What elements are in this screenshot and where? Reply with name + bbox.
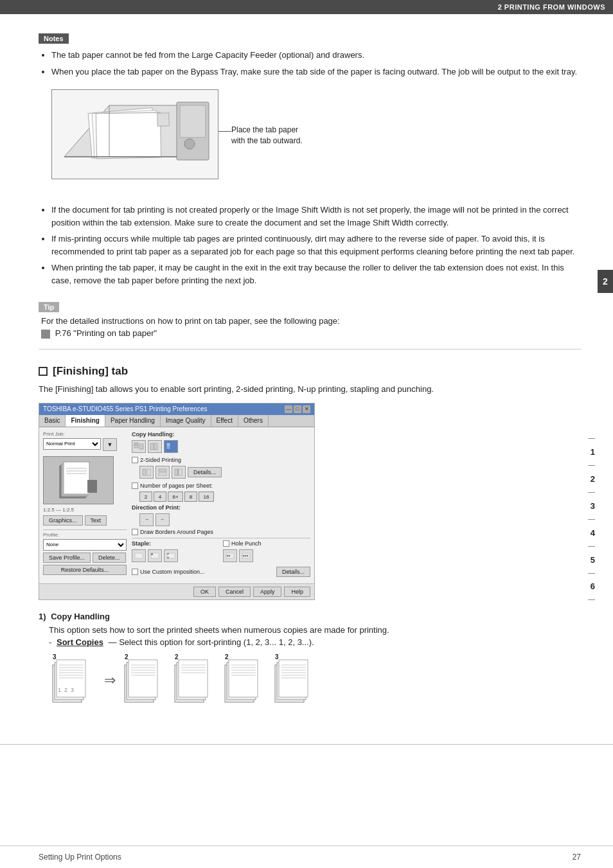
svg-point-45 [245,554,247,556]
two-sided-row: 2-Sided Printing [132,457,310,463]
dialog-window: TOSHIBA e-STUDIO455 Series PS1 Printing … [39,403,315,600]
custom-imposition-label: Use Custom Imposition... [140,569,205,575]
svg-point-42 [229,554,231,556]
notes-item-1: The tab paper cannot be fed from the Lar… [51,49,581,62]
additional-notes-list: If the document for tab printing is not … [51,204,581,287]
pages-2-btn[interactable]: 2 [139,492,152,502]
graphics-btn[interactable]: Graphics... [43,515,83,526]
direction-label: Direction of Print: [132,504,310,511]
booklet-btn[interactable] [172,466,186,479]
diagram-line [218,131,231,132]
sort-stack-input: 3 1 2 3 [51,653,96,708]
save-profile-btn[interactable]: Save Profile... [43,553,91,563]
pages-6-btn[interactable]: 6+ [168,492,183,502]
minimize-btn: — [285,405,292,413]
tab-basic[interactable]: Basic [39,415,66,427]
tip-link: P.76 "Printing on tab paper" [41,328,581,339]
pages-9-btn[interactable]: 16 [199,492,214,502]
copy-handling-description: This option sets how to sort the printed… [49,625,581,635]
pages-4-btn[interactable]: 4 [154,492,166,502]
print-job-btn[interactable]: ▼ [103,438,117,451]
svg-rect-8 [180,105,206,137]
footer-right: 27 [573,853,581,862]
dialog-titlebar: TOSHIBA e-STUDIO455 Series PS1 Printing … [39,403,314,415]
callout-2: 2 [588,465,595,492]
pages-per-sheet-checkbox[interactable] [132,483,138,489]
hole-punch-icon-btn[interactable] [223,549,237,562]
svg-rect-3 [96,112,161,159]
borders-row: Draw Borders Around Pages [132,529,310,535]
two-sided-checkbox[interactable] [132,457,138,463]
pages-8-btn[interactable]: 8 [184,492,197,502]
dialog-window-controls: — □ ✕ [285,405,310,413]
svg-rect-17 [87,480,97,493]
sort-stack-2: 2 [123,653,168,708]
staple-top-btn[interactable] [148,549,162,562]
custom-imposition-checkbox[interactable] [132,569,138,575]
flip-short-btn[interactable] [155,466,170,479]
borders-checkbox[interactable] [132,529,138,535]
chapter-header: 2 PRINTING FROM WINDOWS [0,0,613,14]
sort-copies-line: - Sort Copies — Select this option for s… [49,637,581,647]
hole-punch-icon-btn-2[interactable] [239,549,253,562]
tab-paper-handling[interactable]: Paper Handling [105,415,161,427]
sort-copies-label: Sort Copies [57,637,103,647]
delete-profile-btn[interactable]: Delete... [93,553,126,563]
svg-rect-13 [64,462,89,494]
sort-copies-description: — Select this option for sort-printing (… [109,637,314,647]
active-sort-icon-btn[interactable] [164,440,178,453]
tip-label: Tip [39,302,59,312]
help-btn[interactable]: Help [284,587,310,597]
flip-long-btn[interactable] [139,466,154,479]
chapter-title: 2 PRINTING FROM WINDOWS [498,3,605,11]
cancel-btn[interactable]: Cancel [218,587,251,597]
text-btn[interactable]: Text [85,515,107,526]
copy-handling-section-main: 1) Copy Handling This option sets how to… [39,612,581,708]
finishing-tab-description: The [Finishing] tab allows you to enable… [39,384,581,394]
svg-point-44 [243,554,245,556]
dir-rtl-btn[interactable]: ← [155,513,170,526]
borders-label: Draw Borders Around Pages [140,529,213,535]
staple-none-btn[interactable] [132,549,146,562]
copy-handling-number-title: 1) Copy Handling [39,612,581,621]
notes-label: Notes [39,33,69,44]
tab-finishing[interactable]: Finishing [66,415,105,427]
callout-5: 5 [588,546,595,573]
tab-paper-diagram: Place the tab paper with the tab outward… [51,89,581,192]
svg-rect-23 [154,443,157,450]
two-sided-details-btn[interactable]: Details... [188,467,222,477]
additional-note-2: If mis-printing occurs while multiple ta… [51,233,581,258]
pages-count-btns: 2 4 6+ 8 16 [139,492,310,502]
dialog-footer: OK Cancel Apply Help [39,583,314,599]
diagram-image [51,89,218,179]
svg-rect-30 [159,473,166,475]
svg-rect-36 [151,553,153,555]
dir-ltr-btn[interactable]: → [139,513,154,526]
svg-rect-84 [279,660,308,697]
print-job-select[interactable]: Normal Print [43,438,101,450]
profile-select[interactable]: None [43,539,127,551]
staple-2-btn[interactable] [164,549,178,562]
restore-btn: □ [294,405,301,413]
sort-stack-3: 2 [173,653,218,708]
hole-punch-checkbox[interactable] [223,540,229,547]
ok-btn[interactable]: OK [193,587,216,597]
book-icon [41,330,50,339]
profile-label: Profile: [43,532,127,538]
sort-icon-btn[interactable] [132,440,146,453]
callout-1: 1 [588,438,595,465]
checkbox-icon [39,367,48,376]
svg-text:1: 1 [58,687,61,693]
restore-defaults-btn[interactable]: Restore Defaults... [43,565,127,575]
tab-others[interactable]: Others [238,415,269,427]
svg-rect-24 [166,443,170,449]
apply-btn[interactable]: Apply [253,587,282,597]
svg-rect-4 [157,113,169,126]
additional-note-3: When printing the tab paper, it may be c… [51,261,581,287]
group-icon-btn[interactable] [148,440,162,453]
custom-details-btn[interactable]: Details... [276,567,310,577]
direction-btns: → ← [139,513,310,526]
tab-effect[interactable]: Effect [211,415,238,427]
svg-rect-32 [179,469,182,475]
tab-image-quality[interactable]: Image Quality [161,415,211,427]
